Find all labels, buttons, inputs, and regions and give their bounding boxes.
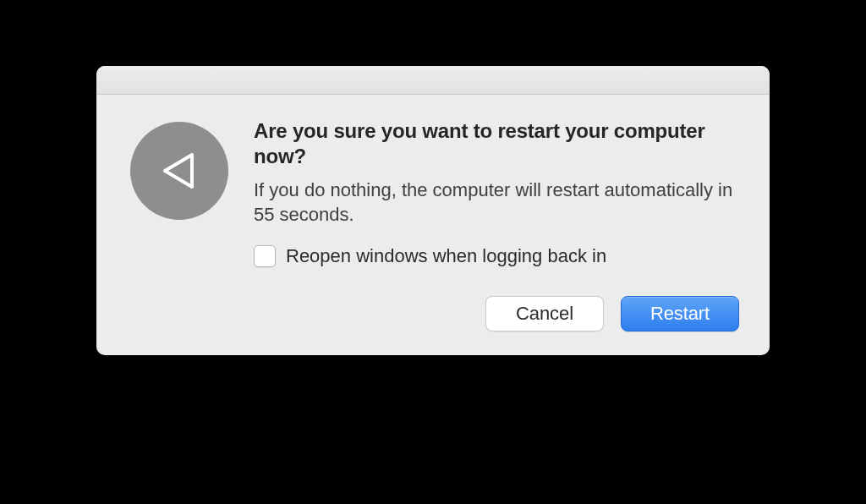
checkbox-box[interactable] xyxy=(254,245,276,267)
dialog-title: Are you sure you want to restart your co… xyxy=(254,118,739,169)
restart-confirm-dialog: Are you sure you want to restart your co… xyxy=(96,66,770,355)
dialog-icon-wrap xyxy=(130,122,228,331)
dialog-button-row: Cancel Restart xyxy=(254,296,739,331)
dialog-main: Are you sure you want to restart your co… xyxy=(254,118,739,331)
dialog-titlebar xyxy=(96,66,770,95)
svg-marker-0 xyxy=(165,155,192,187)
reopen-windows-checkbox[interactable]: Reopen windows when logging back in xyxy=(254,245,739,267)
cancel-button[interactable]: Cancel xyxy=(485,296,604,331)
restart-button[interactable]: Restart xyxy=(621,296,739,331)
checkbox-label: Reopen windows when logging back in xyxy=(286,245,606,267)
dialog-message: If you do nothing, the computer will res… xyxy=(254,178,739,227)
restart-triangle-icon xyxy=(130,122,228,220)
dialog-content: Are you sure you want to restart your co… xyxy=(96,95,770,355)
